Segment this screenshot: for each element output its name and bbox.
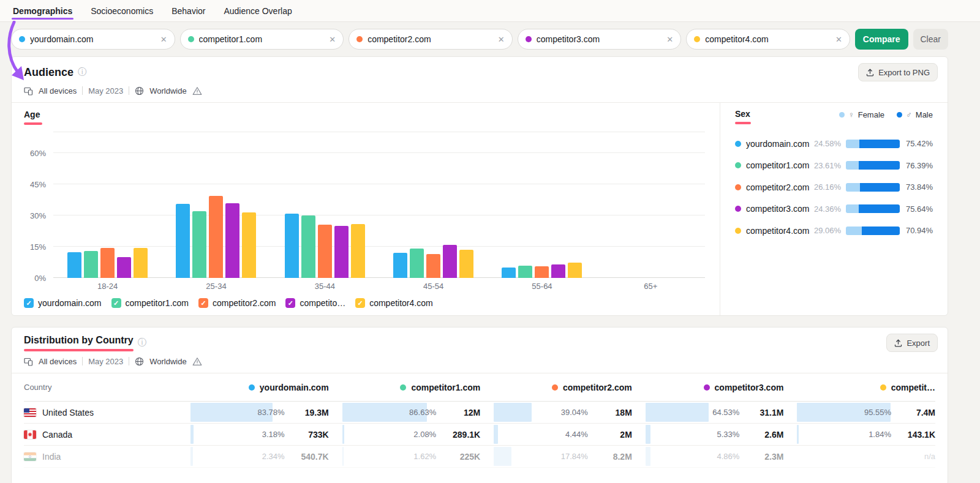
country-value: 289.1K [440, 424, 480, 445]
age-legend-item[interactable]: ✓yourdomain.com [24, 298, 102, 308]
age-bar [225, 203, 239, 278]
domain-color-dot [356, 36, 363, 42]
info-icon[interactable]: ⓘ [78, 67, 86, 78]
domain-chip[interactable]: yourdomain.com ✕ [11, 29, 175, 50]
domain-color-dot [735, 162, 741, 168]
domain-color-dot [735, 228, 741, 234]
male-percent: 75.64% [905, 204, 933, 214]
remove-domain-icon[interactable]: ✕ [160, 35, 167, 44]
date-filter[interactable]: May 2023 [88, 86, 123, 95]
legend-checkbox[interactable]: ✓ [285, 298, 295, 308]
warning-icon[interactable] [192, 86, 202, 95]
domain-color-dot [694, 36, 700, 42]
country-row: United States83.78%19.3M86.63%12M39.04%1… [24, 402, 935, 424]
domain-color-dot [19, 36, 25, 42]
domain-chip-label: competitor3.com [537, 34, 600, 44]
info-icon[interactable]: ⓘ [138, 337, 146, 348]
devices-icon [24, 357, 33, 366]
age-bar [459, 250, 473, 278]
separator [82, 86, 83, 95]
country-value: 733K [288, 424, 329, 445]
legend-checkbox[interactable]: ✓ [355, 298, 365, 308]
devices-filter[interactable]: All devices [39, 86, 77, 95]
age-bar-group [597, 132, 705, 278]
age-legend-item[interactable]: ✓competitor4.com [355, 298, 432, 308]
country-data-cell: 3.18%733K [177, 424, 329, 445]
country-share-bar [494, 425, 498, 444]
tab-demographics[interactable]: Demographics [13, 0, 72, 21]
domain-chip-label: competitor4.com [705, 34, 768, 44]
country-value: n/a [895, 446, 935, 467]
female-legend-label: Female [858, 110, 884, 119]
sex-ratio-bar-male [860, 183, 900, 192]
domain-chip[interactable]: competitor3.com ✕ [518, 29, 682, 50]
country-rows: United States83.78%19.3M86.63%12M39.04%1… [24, 402, 935, 468]
country-bar-zone: 3.18% [190, 424, 288, 445]
domain-color-dot [552, 384, 558, 391]
country-bar-zone: 86.63% [342, 402, 440, 423]
country-data-cell: 4.86%2.3M [632, 446, 784, 467]
age-x-tick-label: 55-64 [488, 282, 596, 291]
country-percent: 4.44% [565, 430, 592, 439]
clear-button[interactable]: Clear [913, 29, 948, 50]
age-legend-item[interactable]: ✓competito… [285, 298, 345, 308]
country-flag-us [24, 408, 36, 417]
sex-ratio-bar-male [859, 161, 900, 170]
country-share-bar [494, 403, 532, 422]
date-filter[interactable]: May 2023 [88, 357, 123, 366]
remove-domain-icon[interactable]: ✕ [498, 35, 505, 44]
region-filter[interactable]: Worldwide [149, 357, 186, 366]
age-bar [134, 248, 148, 278]
remove-domain-icon[interactable]: ✕ [329, 35, 336, 44]
warning-icon[interactable] [192, 357, 202, 366]
country-value: 7.4M [895, 402, 935, 423]
domain-chip[interactable]: competitor1.com ✕ [180, 29, 344, 50]
audience-card: Audience ⓘ Export to PNG All devices May… [11, 56, 948, 316]
country-data-cell: 1.84%143.1K [783, 424, 935, 445]
age-bar [67, 252, 81, 279]
export-button[interactable]: Export [886, 334, 938, 352]
legend-checkbox[interactable]: ✓ [198, 298, 208, 308]
legend-checkbox[interactable]: ✓ [24, 298, 34, 308]
sex-ratio-bar-male [859, 204, 900, 213]
remove-domain-icon[interactable]: ✕ [666, 35, 673, 44]
domain-chip[interactable]: competitor4.com ✕ [686, 29, 850, 50]
country-percent: 83.78% [258, 408, 288, 417]
country-data-cell: 1.62%225K [329, 446, 481, 467]
country-value: 143.1K [895, 424, 935, 445]
domain-color-dot [526, 36, 532, 42]
globe-icon [135, 86, 144, 95]
remove-domain-icon[interactable]: ✕ [835, 35, 842, 44]
compare-button[interactable]: Compare [855, 29, 908, 50]
age-legend-item[interactable]: ✓competitor1.com [111, 298, 189, 308]
age-y-tick-label: 15% [30, 242, 46, 252]
tab-socioeconomics[interactable]: Socioeconomics [91, 0, 153, 21]
country-share-bar [494, 447, 511, 466]
domain-chip[interactable]: competitor2.com ✕ [349, 29, 513, 50]
age-y-tick-label: 60% [30, 149, 46, 158]
country-column-header: competitor2.com [480, 383, 632, 392]
domain-filter-bar: yourdomain.com ✕ competitor1.com ✕ compe… [11, 22, 948, 56]
age-legend-label: competitor4.com [369, 298, 432, 308]
age-legend: ✓yourdomain.com✓competitor1.com✓competit… [24, 298, 705, 308]
globe-icon [135, 357, 144, 366]
age-bar [117, 257, 131, 278]
tab-audience-overlap[interactable]: Audience Overlap [224, 0, 292, 21]
tab-behavior[interactable]: Behavior [172, 0, 205, 21]
separator [82, 357, 83, 365]
age-x-tick-label: 35-44 [271, 282, 379, 291]
age-bar [351, 224, 365, 278]
domain-color-dot [249, 384, 255, 391]
export-png-button[interactable]: Export to PNG [858, 63, 938, 81]
export-png-label: Export to PNG [878, 68, 930, 77]
country-card: Distribution by Country ⓘ Export All dev… [11, 327, 948, 483]
age-bar [318, 225, 332, 278]
region-filter[interactable]: Worldwide [149, 86, 186, 95]
legend-checkbox[interactable]: ✓ [111, 298, 121, 308]
country-scope-bar: All devices May 2023 Worldwide [24, 356, 938, 367]
country-value: 2M [592, 424, 632, 445]
age-bar-groups [53, 132, 705, 278]
devices-filter[interactable]: All devices [39, 357, 77, 366]
age-legend-item[interactable]: ✓competitor2.com [198, 298, 276, 308]
audience-title: Audience [24, 65, 74, 80]
